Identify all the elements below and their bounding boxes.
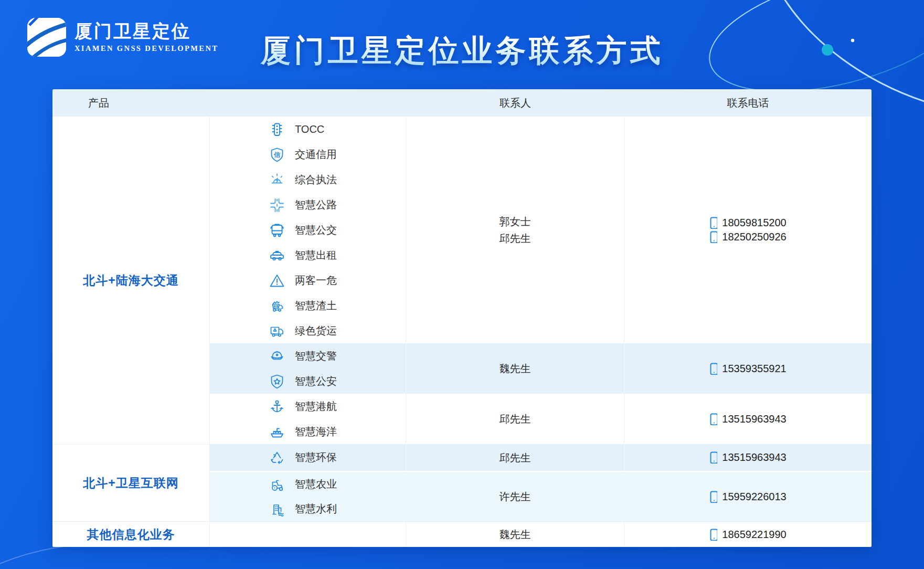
bus-icon [269, 222, 284, 238]
group-label: 北斗+卫星互联网 [83, 475, 178, 491]
phone-cell: 15359355921 [624, 343, 872, 394]
product-item: 智慧水利 [210, 497, 406, 521]
product-item: 智慧农业 [210, 472, 406, 497]
contact-name: 郭女士 [500, 213, 531, 230]
products-cell: 智慧农业 智慧水利 [210, 471, 406, 521]
phone-entry: 18659221990 [709, 529, 786, 541]
product-label: 智慧出租 [295, 248, 337, 262]
product-item: 两客一危 [210, 268, 406, 293]
contact-cell: 郭女士 邱先生 [406, 117, 624, 343]
header-product: 产品 [52, 89, 406, 117]
phone-number: 15959226013 [722, 491, 786, 503]
phone-number: 18250250926 [722, 231, 786, 243]
road-icon [269, 197, 284, 213]
contact-name: 邱先生 [500, 410, 531, 427]
phone-entry: 15359355921 [709, 363, 786, 375]
credit-shield-icon [269, 146, 284, 162]
group-cell-other-services: 其他信息化业务 [52, 521, 210, 547]
phone-icon [709, 217, 717, 229]
water-building-icon [269, 501, 284, 517]
product-item: 综合执法 [210, 167, 406, 192]
phone-icon [709, 413, 717, 425]
products-cell: TOCC 交通信用 综合执法 智慧公路 智慧公交 智慧出租 两客一危 智慧渣土 … [210, 117, 406, 343]
contact-cell: 魏先生 [406, 521, 624, 547]
phone-cell: 15959226013 [624, 471, 872, 521]
phone-entry: 13515963943 [709, 451, 786, 463]
product-label: 智慧海洋 [295, 425, 337, 439]
group-cell-land-sea: 北斗+陆海大交通 [52, 117, 210, 444]
phone-icon [709, 491, 717, 503]
police-cap-icon [269, 348, 284, 364]
phone-number: 18059815200 [722, 217, 786, 229]
product-item: TOCC [210, 117, 406, 142]
phone-entry: 15959226013 [709, 491, 786, 503]
phone-number: 13515963943 [722, 413, 786, 425]
taxi-icon [269, 247, 284, 263]
product-item: 智慧环保 [210, 445, 406, 470]
phone-number: 18659221990 [722, 529, 786, 541]
phone-icon [709, 231, 717, 243]
phone-cell: 18059815200 18250250926 [624, 117, 872, 343]
tractor-icon [269, 477, 284, 492]
product-label: 综合执法 [295, 173, 337, 187]
phone-icon [709, 529, 717, 541]
product-label: 智慧渣土 [295, 299, 337, 313]
product-item: 智慧公安 [210, 368, 406, 394]
product-label: 绿色货运 [295, 324, 337, 338]
phone-number: 13515963943 [722, 451, 786, 463]
recycle-icon [269, 450, 284, 466]
product-item: 智慧港航 [210, 394, 406, 419]
product-label: TOCC [295, 123, 324, 135]
phone-cell: 13515963943 [624, 444, 872, 471]
phone-entry: 18250250926 [709, 231, 786, 243]
header-contact: 联系人 [406, 89, 624, 117]
poster: { "colors": { "background_blue": "#0e5cd… [0, 0, 924, 569]
green-truck-icon [269, 323, 284, 339]
product-item: 交通信用 [210, 142, 406, 167]
group-label: 其他信息化业务 [87, 526, 175, 543]
phone-cell: 13515963943 [624, 394, 872, 444]
table-header-row: 产品 联系人 联系电话 [52, 89, 872, 117]
warning-triangle-icon [269, 272, 284, 288]
product-label: 智慧交警 [295, 349, 337, 363]
phone-entry: 13515963943 [709, 413, 786, 425]
group-label: 北斗+陆海大交通 [83, 272, 178, 289]
page-title: 厦门卫星定位业务联系方式 [0, 30, 924, 71]
contact-name: 许先生 [500, 488, 531, 505]
products-cell: 智慧环保 [210, 444, 406, 471]
product-label: 智慧水利 [295, 502, 337, 516]
contact-cell: 邱先生 [406, 394, 624, 444]
contact-table: 产品 联系人 联系电话 北斗+陆海大交通 TOCC 交通信用 综合执法 智慧公路… [52, 89, 872, 547]
phone-entry: 18059815200 [709, 217, 786, 229]
products-cell: 智慧交警 智慧公安 [210, 343, 406, 394]
product-item: 智慧出租 [210, 243, 406, 268]
table-body: 北斗+陆海大交通 TOCC 交通信用 综合执法 智慧公路 智慧公交 智慧出租 两… [52, 117, 872, 547]
product-label: 智慧港航 [295, 399, 337, 414]
contact-name: 魏先生 [500, 360, 531, 377]
products-cell: 智慧港航 智慧海洋 [210, 394, 406, 444]
phone-number: 15359355921 [722, 363, 786, 375]
product-label: 两客一危 [295, 273, 337, 288]
contact-name: 魏先生 [500, 526, 531, 543]
product-label: 智慧公安 [295, 374, 337, 388]
phone-icon [709, 451, 717, 463]
product-item: 智慧渣土 [210, 293, 406, 318]
product-label: 智慧公交 [295, 223, 337, 237]
contact-name: 邱先生 [500, 449, 531, 466]
product-label: 智慧环保 [295, 450, 337, 465]
anchor-icon [269, 398, 284, 414]
product-item: 智慧公路 [210, 192, 406, 217]
product-label: 智慧公路 [295, 198, 337, 212]
group-cell-satellite-internet: 北斗+卫星互联网 [52, 444, 210, 521]
dump-truck-icon [269, 298, 284, 313]
contact-cell: 许先生 [406, 471, 624, 521]
products-cell-empty [210, 521, 406, 547]
siren-icon [269, 172, 284, 187]
star-shield-icon [269, 373, 284, 389]
contact-cell: 邱先生 [406, 444, 624, 471]
phone-icon [709, 363, 717, 375]
ship-icon [269, 424, 284, 439]
product-item: 智慧交警 [210, 343, 406, 368]
product-item: 绿色货运 [210, 318, 406, 343]
phone-cell: 18659221990 [624, 521, 872, 547]
